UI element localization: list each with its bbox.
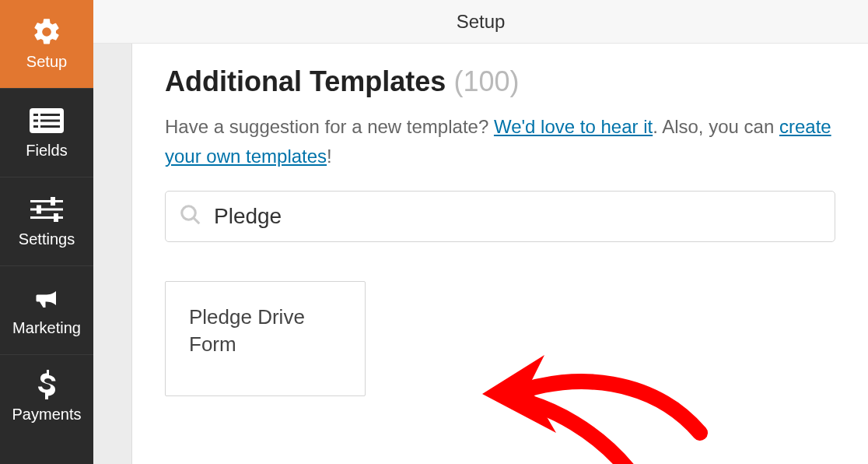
topbar: Setup — [93, 0, 868, 44]
megaphone-icon — [28, 283, 65, 313]
sidebar-item-label: Marketing — [12, 319, 81, 337]
svg-rect-6 — [40, 125, 60, 128]
arrow-annotation-icon — [467, 332, 731, 464]
page-title: Setup — [457, 11, 506, 33]
sliders-icon — [28, 195, 65, 224]
svg-rect-5 — [33, 125, 38, 128]
dollar-icon — [28, 370, 65, 399]
sidebar-item-payments[interactable]: Payments — [0, 355, 93, 438]
suggestion-link[interactable]: We'd love to hear it — [494, 116, 653, 137]
templates-heading: Additional Templates (100) — [165, 65, 835, 98]
sidebar-item-fields[interactable]: Fields — [0, 89, 93, 178]
template-card[interactable]: Pledge Drive Form — [165, 281, 366, 396]
svg-rect-4 — [40, 120, 60, 122]
svg-rect-1 — [33, 114, 38, 116]
subtext-prefix: Have a suggestion for a new template? — [165, 116, 494, 137]
svg-rect-11 — [37, 206, 41, 214]
svg-rect-3 — [33, 120, 38, 122]
templates-count: (100) — [453, 65, 519, 97]
svg-rect-12 — [54, 213, 58, 222]
list-icon — [28, 106, 65, 135]
templates-subtext: Have a suggestion for a new template? We… — [165, 112, 835, 172]
subtext-suffix: ! — [327, 146, 332, 167]
svg-rect-2 — [40, 114, 60, 116]
sidebar-item-marketing[interactable]: Marketing — [0, 266, 93, 355]
heading-text: Additional Templates — [165, 65, 446, 97]
sidebar-item-label: Settings — [19, 230, 75, 248]
sidebar-item-label: Fields — [26, 142, 67, 160]
sidebar-item-settings[interactable]: Settings — [0, 178, 93, 266]
sidebar-item-label: Payments — [12, 406, 82, 424]
sidebar-item-setup[interactable]: Setup — [0, 0, 93, 89]
search-input[interactable] — [165, 191, 835, 242]
gutter — [93, 44, 132, 464]
gear-icon — [28, 17, 65, 47]
sidebar-item-label: Setup — [26, 53, 67, 71]
svg-rect-8 — [30, 209, 63, 211]
svg-rect-10 — [51, 197, 55, 206]
search-wrap — [165, 191, 835, 242]
sidebar: Setup Fields Settings Marketing Payments — [0, 0, 93, 464]
svg-rect-7 — [30, 200, 63, 202]
main-panel: Setup Additional Templates (100) Have a … — [93, 0, 868, 464]
content: Additional Templates (100) Have a sugges… — [132, 44, 868, 464]
subtext-mid: . Also, you can — [653, 116, 779, 137]
template-title: Pledge Drive Form — [189, 304, 341, 358]
